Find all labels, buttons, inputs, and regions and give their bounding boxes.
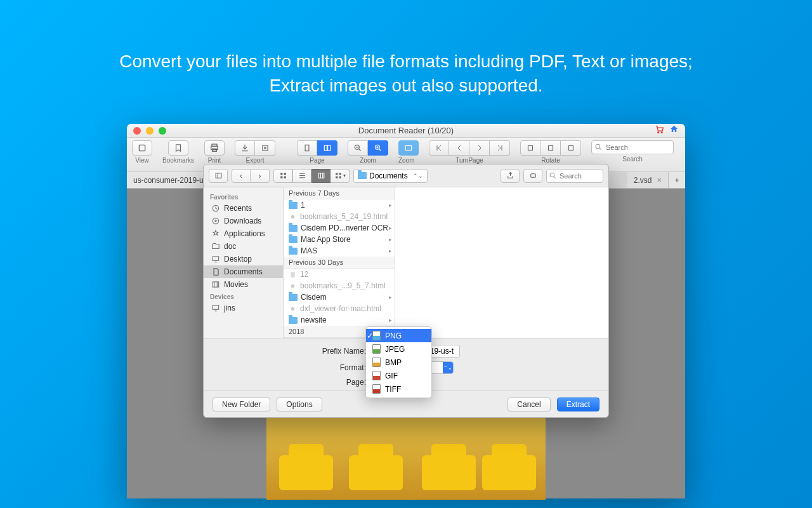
- svg-rect-12: [405, 146, 411, 150]
- svg-rect-7: [305, 145, 309, 150]
- file-item[interactable]: dxf_viewer-for-mac.html: [284, 303, 395, 314]
- export-label: Export: [246, 157, 265, 164]
- svg-point-28: [550, 173, 554, 177]
- dropdown-item-png[interactable]: ✓PNG: [366, 329, 431, 342]
- sidebar-item-movies[interactable]: Movies: [204, 278, 283, 291]
- chevron-updown-icon: ⌃⌄: [413, 173, 423, 179]
- cart-icon[interactable]: [655, 124, 664, 137]
- back-button[interactable]: ‹: [232, 169, 251, 183]
- zoom-label: Zoom: [360, 157, 376, 164]
- sidebar-item-recents[interactable]: Recents: [204, 202, 283, 215]
- forward-button[interactable]: ›: [251, 169, 270, 183]
- maximize-window-button[interactable]: [159, 127, 166, 135]
- sidebar-item-applications[interactable]: Applications: [204, 227, 283, 240]
- window-title: Document Reader (10/20): [127, 126, 685, 135]
- page-label: Page: [310, 157, 324, 164]
- close-window-button[interactable]: [133, 127, 141, 135]
- home-icon[interactable]: [669, 124, 679, 137]
- view-columns-button[interactable]: [311, 169, 331, 183]
- prev-page-button[interactable]: [449, 140, 469, 156]
- zoom-to-fit-button[interactable]: [398, 140, 419, 156]
- svg-rect-9: [327, 145, 330, 150]
- path-selector[interactable]: Documents ⌃⌄: [353, 169, 428, 183]
- view-gallery-button[interactable]: ▾: [331, 169, 350, 183]
- sidebar-item-downloads[interactable]: Downloads: [204, 215, 283, 227]
- page-double-button[interactable]: [317, 140, 337, 156]
- zoom-out-button[interactable]: [348, 140, 368, 156]
- page-label: Page:: [214, 378, 366, 387]
- view-icons-button[interactable]: [273, 169, 292, 183]
- page-single-button[interactable]: [297, 140, 317, 156]
- file-item[interactable]: MAS▸: [284, 245, 395, 257]
- svg-rect-31: [213, 257, 218, 260]
- rotate-left-button[interactable]: [520, 140, 540, 156]
- svg-rect-33: [213, 305, 218, 309]
- zoom-in-button[interactable]: [368, 140, 388, 156]
- section-prev7: Previous 7 Days: [284, 187, 395, 199]
- file-item[interactable]: bookmarks_5_24_19.html: [284, 211, 395, 222]
- rotate-label: Rotate: [541, 157, 560, 164]
- sidebar-toggle-button[interactable]: [209, 169, 228, 183]
- export-share-button[interactable]: [255, 140, 275, 156]
- tab-left[interactable]: us-consumer-2019-us: [127, 172, 214, 188]
- dropdown-item-gif[interactable]: GIF: [366, 369, 431, 382]
- format-label: Format:: [214, 363, 366, 372]
- svg-point-34: [291, 215, 294, 218]
- folder-icon: [358, 172, 367, 179]
- minimize-window-button[interactable]: [146, 127, 154, 135]
- file-item[interactable]: 12: [284, 269, 395, 280]
- first-page-button[interactable]: [429, 140, 449, 156]
- dropdown-item-bmp[interactable]: BMP: [366, 356, 431, 369]
- view-list-button[interactable]: [292, 169, 311, 183]
- sidebar-item-doc[interactable]: doc: [204, 240, 283, 253]
- section-prev30: Previous 30 Days: [284, 257, 395, 269]
- search-icon: [594, 143, 603, 151]
- svg-rect-19: [284, 173, 285, 175]
- traffic-lights: [133, 127, 166, 135]
- svg-rect-15: [568, 146, 573, 150]
- dropdown-item-tiff[interactable]: TIFF: [366, 382, 431, 396]
- titlebar: Document Reader (10/20): [127, 124, 685, 138]
- finder-sidebar: Favorites Recents Downloads Applications…: [204, 187, 284, 338]
- tab-add-button[interactable]: +: [669, 172, 685, 188]
- new-folder-button[interactable]: New Folder: [213, 398, 270, 411]
- file-item[interactable]: Mac App Store▸: [284, 234, 395, 245]
- sidebar-item-jins[interactable]: jins: [204, 302, 283, 314]
- bookmarks-button[interactable]: [168, 140, 188, 156]
- svg-rect-2: [139, 145, 145, 150]
- file-item[interactable]: newsite▸: [284, 314, 395, 326]
- bookmarks-label: Bookmarks: [162, 157, 194, 164]
- extract-button[interactable]: Extract: [557, 398, 599, 411]
- chevron-updown-icon: ⌃⌄: [443, 362, 453, 373]
- devices-header: Devices: [204, 291, 283, 302]
- svg-rect-8: [324, 145, 327, 150]
- tab-right[interactable]: 2.vsd×: [627, 172, 669, 188]
- export-download-button[interactable]: [235, 140, 255, 156]
- tags-button[interactable]: [523, 169, 542, 183]
- dropdown-item-jpeg[interactable]: JPEG: [366, 342, 431, 356]
- share-button[interactable]: [501, 169, 520, 183]
- options-button[interactable]: Options: [277, 398, 322, 411]
- svg-point-37: [291, 307, 294, 310]
- rotate-mirror-button[interactable]: [540, 140, 561, 156]
- file-item[interactable]: bookmarks_...9_5_7.html: [284, 280, 395, 291]
- file-item[interactable]: Cisdem▸: [284, 291, 395, 303]
- svg-rect-24: [339, 173, 341, 175]
- svg-point-1: [661, 132, 662, 133]
- print-button[interactable]: [204, 140, 225, 156]
- file-item[interactable]: 1▸: [284, 199, 395, 211]
- cancel-button[interactable]: Cancel: [508, 398, 550, 411]
- rotate-right-button[interactable]: [561, 140, 581, 156]
- view-button[interactable]: [132, 140, 152, 156]
- next-page-button[interactable]: [469, 140, 490, 156]
- last-page-button[interactable]: [490, 140, 510, 156]
- toolbar-search-input[interactable]: [591, 140, 674, 154]
- sidebar-item-desktop[interactable]: Desktop: [204, 253, 283, 265]
- sheet-body: Favorites Recents Downloads Applications…: [204, 187, 608, 338]
- search-icon: [549, 171, 557, 180]
- svg-rect-25: [336, 177, 337, 178]
- file-item[interactable]: Cisdem PD...nverter OCR▸: [284, 222, 395, 234]
- sidebar-item-documents[interactable]: Documents: [204, 265, 283, 278]
- format-dropdown: ✓PNG JPEG BMP GIF TIFF: [365, 326, 432, 398]
- tab-close-icon[interactable]: ×: [657, 175, 662, 185]
